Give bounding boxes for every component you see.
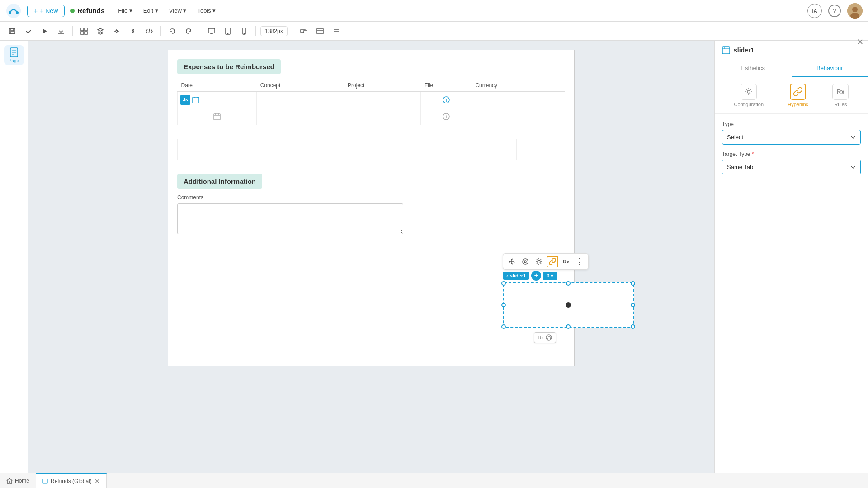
new-button[interactable]: + + New: [27, 5, 65, 17]
sidebar-item-page[interactable]: Page: [4, 45, 24, 65]
tab-behaviour[interactable]: Behaviour: [792, 60, 868, 77]
layers-button[interactable]: [94, 24, 107, 38]
resize-handle-bm[interactable]: [566, 324, 571, 329]
config-icon-btn[interactable]: Configuration: [734, 84, 764, 107]
svg-rect-21: [304, 30, 307, 33]
slider-name-tag[interactable]: ‹ slider1: [503, 272, 529, 280]
panel-button[interactable]: [313, 24, 327, 38]
px-display: 1382px: [260, 26, 288, 36]
rx-badge-text: Rx: [538, 335, 544, 340]
resize-handle-bl[interactable]: [501, 324, 506, 329]
right-panel: ✕ slider1 Esthetics Behaviour: [714, 41, 868, 473]
components-button[interactable]: [77, 24, 91, 38]
svg-rect-26: [214, 114, 220, 120]
hyperlink-icon-btn[interactable]: Hyperlink: [788, 84, 808, 107]
svg-point-31: [546, 335, 552, 340]
nav-edit[interactable]: Edit ▾: [139, 5, 163, 16]
resize-handle-ml[interactable]: [501, 303, 506, 307]
svg-rect-24: [193, 97, 199, 103]
calendar-icon-2: [180, 113, 254, 120]
svg-point-1: [9, 11, 11, 14]
concept-cell-2[interactable]: [257, 108, 344, 125]
currency-cell-2[interactable]: [472, 108, 565, 125]
help-button[interactable]: ?: [828, 5, 841, 17]
rules-icon-btn[interactable]: Rx Rules: [832, 84, 849, 107]
check-button[interactable]: [22, 24, 35, 38]
currency-cell-1[interactable]: [472, 92, 565, 108]
data-button[interactable]: [110, 24, 123, 38]
hyperlink-icon: [790, 84, 806, 100]
page-title: Refunds: [70, 7, 104, 14]
add-widget-button[interactable]: +: [531, 271, 541, 281]
toolbar: 1382px: [0, 22, 868, 41]
slider-widget-container: Rx ⋮ ‹ slider1 + 0 ▾: [503, 253, 634, 328]
nav-file[interactable]: File ▾: [113, 5, 137, 16]
project-cell-2[interactable]: [344, 108, 421, 125]
tab-close-button[interactable]: ✕: [94, 478, 100, 485]
widget-circle-tool[interactable]: [519, 256, 531, 267]
code-button[interactable]: [126, 24, 140, 38]
additional-section-header: Additional Information: [177, 174, 262, 189]
slider-box[interactable]: [503, 282, 634, 328]
toolbar-sep-4: [255, 26, 256, 36]
play-button[interactable]: [38, 24, 52, 38]
config-icon: [741, 84, 757, 100]
concept-cell-1[interactable]: [257, 92, 344, 108]
col-date: Date: [178, 80, 257, 92]
project-cell-1[interactable]: [344, 92, 421, 108]
tab-esthetics[interactable]: Esthetics: [715, 60, 792, 77]
widget-hyperlink-tool[interactable]: [547, 256, 558, 267]
save-button[interactable]: [5, 24, 19, 38]
type-select[interactable]: Select URL Page Email Phone: [722, 130, 861, 145]
multiscreen-button[interactable]: [297, 24, 311, 38]
toolbar-sep-3: [200, 26, 200, 36]
top-navbar: + + New Refunds File ▾ Edit ▾ View ▾ Too…: [0, 0, 868, 22]
tab-refunds-global[interactable]: Refunds (Global) ✕: [36, 473, 107, 488]
slider-counter[interactable]: 0 ▾: [543, 272, 557, 280]
refunds-tab-label: Refunds (Global): [51, 478, 92, 484]
export-button[interactable]: [54, 24, 68, 38]
widget-rules-tool[interactable]: Rx: [560, 256, 572, 267]
target-type-select[interactable]: Same Tab New Tab New Window: [722, 160, 861, 174]
nav-tools[interactable]: Tools ▾: [193, 5, 220, 16]
svg-rect-13: [85, 32, 87, 34]
avatar[interactable]: [847, 3, 863, 19]
resize-handle-tr[interactable]: [631, 281, 635, 286]
resize-handle-tm[interactable]: [566, 281, 571, 286]
mobile-button[interactable]: [237, 24, 251, 38]
svg-point-33: [747, 90, 750, 93]
desktop-button[interactable]: [205, 24, 218, 38]
expenses-section: Expenses to be Reimbursed Date Concept P…: [177, 59, 565, 125]
comments-textarea[interactable]: [177, 203, 403, 234]
settings-button[interactable]: [330, 24, 343, 38]
redo-button[interactable]: [182, 24, 195, 38]
canvas-area: Expenses to be Reimbursed Date Concept P…: [28, 41, 714, 473]
info-icon-2: [424, 113, 469, 120]
resize-handle-tl[interactable]: [501, 281, 506, 286]
nav-view[interactable]: View ▾: [165, 5, 191, 16]
new-button-label: + New: [40, 7, 58, 14]
counter-value: 0: [547, 273, 549, 278]
svg-point-17: [227, 33, 228, 33]
panel-body: Type Select URL Page Email Phone Target …: [715, 114, 868, 182]
resize-handle-br[interactable]: [631, 324, 635, 329]
panel-close-button[interactable]: ✕: [857, 37, 863, 47]
resize-handle-mr[interactable]: [631, 303, 635, 307]
widget-move-tool[interactable]: [506, 256, 518, 267]
slider-name-row: ‹ slider1 + 0 ▾: [503, 271, 634, 281]
panel-header: slider1: [715, 41, 868, 60]
tab-home[interactable]: Home: [0, 473, 36, 488]
tablet-button[interactable]: [221, 24, 235, 38]
slider-dot: [566, 302, 571, 308]
html-button[interactable]: [142, 24, 156, 38]
widget-more-tool[interactable]: ⋮: [574, 256, 585, 267]
ia-badge[interactable]: IA: [807, 4, 822, 18]
toolbar-sep-1: [72, 26, 73, 36]
svg-rect-22: [317, 28, 323, 34]
rules-icon: Rx: [832, 84, 849, 100]
summary-row: [177, 139, 565, 160]
svg-rect-32: [722, 47, 730, 54]
js-badge: Js: [180, 95, 190, 105]
undo-button[interactable]: [165, 24, 179, 38]
widget-gear-tool[interactable]: [533, 256, 545, 267]
